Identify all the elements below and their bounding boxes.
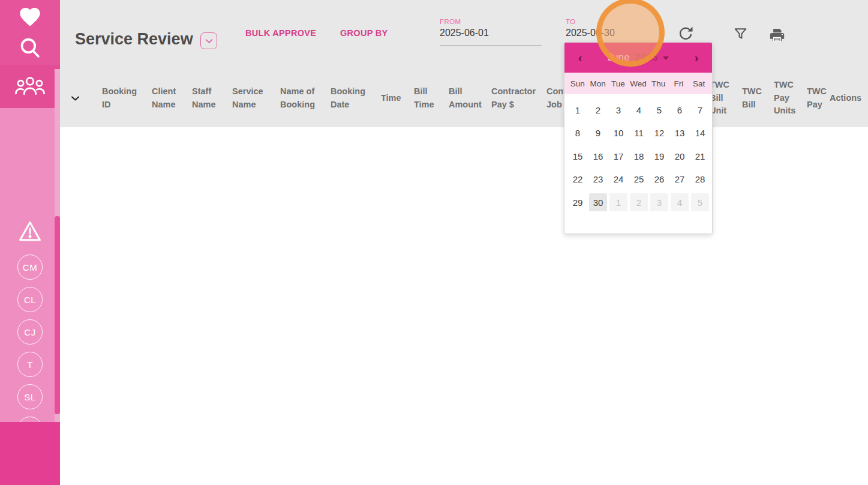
- service-review-page: CMCLCJTSLJONSRFS Service Review BULK APP…: [0, 0, 868, 485]
- calendar-day[interactable]: 6: [671, 101, 689, 119]
- print-button[interactable]: [768, 27, 786, 46]
- to-date-value[interactable]: 2025-06-30: [566, 28, 668, 38]
- client-avatar[interactable]: CJ: [17, 319, 43, 345]
- weekday-label: Thu: [648, 79, 669, 88]
- calendar-day[interactable]: 16: [589, 147, 607, 165]
- refresh-button[interactable]: [678, 26, 693, 44]
- column-header[interactable]: Client Name: [152, 85, 192, 112]
- client-avatar[interactable]: CL: [17, 287, 43, 312]
- chevron-down-icon: [71, 93, 80, 104]
- calendar-day[interactable]: 15: [569, 147, 587, 165]
- column-header[interactable]: Name of Booking: [280, 85, 331, 112]
- heart-nav-button[interactable]: [0, 4, 60, 32]
- calendar-day[interactable]: 2: [589, 101, 607, 119]
- calendar-day[interactable]: 27: [671, 170, 689, 188]
- calendar-day[interactable]: 3: [650, 193, 668, 211]
- calendar-day[interactable]: 10: [609, 124, 627, 142]
- date-picker-popup: ‹ June 2025 › SunMonTueWedThuFriSat 1234…: [564, 42, 713, 234]
- page-title: Service Review: [75, 30, 193, 49]
- calendar-day[interactable]: 5: [691, 193, 709, 211]
- calendar-year-label: 2025: [635, 52, 658, 64]
- column-header[interactable]: Booking ID: [102, 85, 152, 112]
- client-avatar[interactable]: T: [17, 352, 43, 377]
- calendar-day[interactable]: 2: [630, 193, 648, 211]
- calendar-day[interactable]: 21: [691, 147, 709, 165]
- calendar-day[interactable]: 4: [630, 101, 648, 119]
- bulk-approve-button[interactable]: BULK APPROVE: [245, 28, 316, 38]
- filter-icon: [733, 34, 748, 43]
- calendar-day[interactable]: 5: [650, 101, 668, 119]
- calendar-day[interactable]: 3: [609, 101, 627, 119]
- calendar-day[interactable]: 12: [650, 124, 668, 142]
- weekday-label: Wed: [628, 79, 648, 88]
- sidebar-bottom-section: [0, 422, 60, 485]
- to-label: TO: [566, 18, 668, 25]
- alert-triangle-icon: [16, 219, 44, 247]
- calendar-day[interactable]: 1: [569, 101, 587, 119]
- calendar-next-button[interactable]: ›: [689, 51, 704, 65]
- calendar-month-label: June: [608, 52, 630, 64]
- client-avatar[interactable]: CM: [17, 255, 43, 280]
- calendar-day-grid: 1234567891011121314151617181920212223242…: [564, 94, 712, 214]
- calendar-day[interactable]: 29: [569, 193, 587, 211]
- weekday-label: Tue: [608, 79, 628, 88]
- calendar-day[interactable]: 1: [609, 193, 627, 211]
- column-header[interactable]: Actions: [830, 92, 868, 105]
- calendar-day[interactable]: 24: [609, 170, 627, 188]
- calendar-day[interactable]: 30: [589, 193, 607, 211]
- table-columns: Booking IDClient NameStaff NameService N…: [102, 79, 868, 118]
- sidebar-top-section: [0, 0, 60, 108]
- calendar-month-year-selector[interactable]: June 2025: [587, 52, 689, 64]
- from-date-field[interactable]: FROM 2025-06-01: [440, 18, 542, 46]
- expand-all-toggle[interactable]: [71, 93, 102, 104]
- from-date-value[interactable]: 2025-06-01: [440, 28, 542, 38]
- column-header[interactable]: TWC Pay Units: [774, 79, 807, 118]
- calendar-day[interactable]: 26: [650, 170, 668, 188]
- title-menu-button[interactable]: [200, 32, 217, 49]
- print-icon: [768, 37, 786, 46]
- calendar-day[interactable]: 4: [671, 193, 689, 211]
- column-header[interactable]: Service Name: [232, 85, 280, 112]
- calendar-day[interactable]: 18: [630, 147, 648, 165]
- column-header[interactable]: Contractor Pay $: [491, 85, 546, 112]
- table-header-row: Booking IDClient NameStaff NameService N…: [60, 69, 868, 127]
- calendar-day[interactable]: 19: [650, 147, 668, 165]
- chevron-down-icon: [205, 37, 213, 46]
- calendar-day[interactable]: 20: [671, 147, 689, 165]
- calendar-day[interactable]: 17: [609, 147, 627, 165]
- calendar-day[interactable]: 7: [691, 101, 709, 119]
- search-nav-button[interactable]: [0, 35, 60, 64]
- weekday-label: Sun: [567, 79, 588, 88]
- people-nav-button-active[interactable]: [0, 65, 60, 108]
- client-avatar[interactable]: SL: [17, 384, 43, 409]
- calendar-day[interactable]: 28: [691, 170, 709, 188]
- column-header[interactable]: TWC Bill Unit: [710, 79, 742, 118]
- calendar-day[interactable]: 11: [630, 124, 648, 142]
- sidebar: CMCLCJTSLJONSRFS: [0, 0, 60, 485]
- column-header[interactable]: Staff Name: [192, 85, 232, 112]
- calendar-day[interactable]: 22: [569, 170, 587, 188]
- sidebar-scrollbar-thumb[interactable]: [55, 216, 60, 414]
- calendar-day[interactable]: 25: [630, 170, 648, 188]
- weekday-label: Mon: [588, 79, 608, 88]
- calendar-weekday-row: SunMonTueWedThuFriSat: [564, 73, 712, 94]
- calendar-day[interactable]: 9: [589, 124, 607, 142]
- calendar-day[interactable]: 23: [589, 170, 607, 188]
- group-by-button[interactable]: GROUP BY: [340, 28, 388, 38]
- calendar-header: ‹ June 2025 ›: [564, 43, 712, 73]
- alert-nav-button[interactable]: [0, 218, 60, 247]
- weekday-label: Fri: [669, 79, 689, 88]
- column-header[interactable]: Time: [381, 92, 414, 105]
- sidebar-scrollbar[interactable]: [55, 69, 60, 423]
- column-header[interactable]: TWC Bill: [742, 85, 774, 112]
- calendar-day[interactable]: 13: [671, 124, 689, 142]
- column-header[interactable]: Booking Date: [331, 85, 381, 112]
- weekday-label: Sat: [689, 79, 709, 88]
- column-header[interactable]: Bill Amount: [449, 85, 491, 112]
- column-header[interactable]: TWC Pay: [807, 85, 830, 112]
- filter-button[interactable]: [733, 26, 748, 43]
- calendar-prev-button[interactable]: ‹: [573, 51, 587, 65]
- column-header[interactable]: Bill Time: [414, 85, 449, 112]
- calendar-day[interactable]: 14: [691, 124, 709, 142]
- calendar-day[interactable]: 8: [569, 124, 587, 142]
